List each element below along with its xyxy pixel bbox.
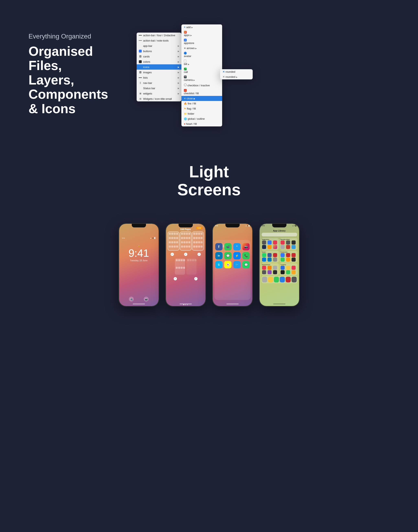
- page-thumb-1[interactable]: [168, 232, 179, 250]
- sidebar-row-appbar[interactable]: app-bar ▶: [137, 43, 181, 48]
- app-s3[interactable]: [273, 253, 277, 257]
- ctx1-row-heart[interactable]: ♥ heart / fill: [181, 121, 222, 127]
- app-c4[interactable]: [280, 270, 285, 274]
- app-g4[interactable]: [280, 277, 285, 282]
- sidebar-row-navbar[interactable]: ⣿ nav-bar ▶: [137, 80, 181, 85]
- whatsapp-icon[interactable]: 💬: [242, 261, 250, 268]
- app-g2[interactable]: [268, 277, 273, 282]
- app-e2[interactable]: [267, 266, 272, 270]
- phone-icon[interactable]: 📞: [242, 252, 250, 259]
- app-r6[interactable]: [291, 245, 296, 249]
- app-g1[interactable]: [262, 277, 267, 282]
- sidebar-row-statusbar[interactable]: Status bar ▶: [137, 85, 181, 91]
- check-5[interactable]: ✓: [194, 277, 197, 280]
- edit-label: Edit Pages: [166, 228, 205, 231]
- check-3[interactable]: ✓: [197, 253, 201, 256]
- app-g5[interactable]: [286, 277, 291, 282]
- app-r3[interactable]: [291, 241, 296, 244]
- ctx1-row-camera[interactable]: 📷 camera ▶: [181, 75, 222, 82]
- quotes-icon[interactable]: ": [233, 243, 241, 250]
- app-p3[interactable]: [291, 253, 296, 257]
- ctx1-row-checklist[interactable]: ✓ checklist / fill: [181, 88, 222, 96]
- app-s5[interactable]: [267, 257, 272, 262]
- check-2[interactable]: ✓: [184, 253, 187, 256]
- app-p2[interactable]: [286, 253, 290, 257]
- library-search[interactable]: [262, 233, 297, 236]
- app-p4[interactable]: [280, 257, 285, 262]
- skype-icon[interactable]: S: [215, 261, 222, 268]
- messenger-icon[interactable]: ⚡: [233, 252, 241, 259]
- sidebar-row-actionbat[interactable]: action-bat / note-tools: [137, 38, 181, 43]
- app-r4[interactable]: [280, 245, 285, 249]
- app-q[interactable]: [267, 245, 272, 249]
- twitter-icon[interactable]: 🐦: [233, 261, 241, 268]
- snapchat-icon[interactable]: 👻: [224, 261, 232, 268]
- sidebar-row-colors[interactable]: colors ▶: [137, 59, 181, 64]
- page-thumb-4[interactable]: [175, 258, 185, 275]
- app-e1[interactable]: [262, 266, 266, 270]
- sidebar-row-buttons[interactable]: buttons ▶: [137, 48, 181, 54]
- check-1[interactable]: ✓: [171, 253, 174, 256]
- app-c6[interactable]: [291, 270, 296, 274]
- ctx1-row-fire[interactable]: 🔥 fire / fill: [181, 101, 222, 106]
- ctx1-row-bill[interactable]: bill ▶: [181, 59, 222, 67]
- app-r5[interactable]: [286, 245, 290, 249]
- app-c3[interactable]: [291, 266, 296, 270]
- home-indicator: [273, 304, 285, 304]
- sidebar-row-icons[interactable]: icons ▶: [137, 64, 181, 70]
- ctx1-row-call[interactable]: 📞 call: [181, 67, 222, 75]
- app-r1[interactable]: [280, 241, 285, 244]
- check-4[interactable]: ✓: [174, 277, 177, 280]
- app-e5[interactable]: [267, 270, 272, 274]
- sidebar-row-images[interactable]: 🖼 images ▶: [137, 70, 181, 75]
- app-e4[interactable]: [262, 270, 266, 274]
- facebook-icon[interactable]: f: [215, 243, 222, 250]
- instagram-icon[interactable]: 📷: [242, 243, 250, 250]
- app-g3[interactable]: [274, 277, 279, 282]
- app-dark1[interactable]: [262, 245, 266, 249]
- group-label: Productivity: [280, 252, 297, 253]
- ctx1-row-close[interactable]: ✕ close ▶: [181, 96, 222, 101]
- app-taz[interactable]: [273, 241, 277, 244]
- app-safari[interactable]: [267, 241, 272, 244]
- sidebar-row-widgetsicon[interactable]: ⊟ Widgets / icon-title-small: [137, 96, 181, 101]
- app-r2[interactable]: [286, 241, 290, 244]
- linkedin-icon[interactable]: in: [215, 252, 222, 259]
- app-e6[interactable]: [273, 270, 277, 274]
- page-thumb-2[interactable]: [180, 232, 191, 250]
- app-p6[interactable]: [291, 257, 296, 262]
- ctx1-row-folder[interactable]: 📁 folder: [181, 111, 222, 116]
- ctx2-row-rounded1[interactable]: ✕ rounded: [220, 69, 253, 74]
- app-s1[interactable]: [262, 253, 266, 257]
- sidebar-row-actionbar4[interactable]: action-bar / four / 2ndactive: [137, 33, 181, 38]
- app-s2[interactable]: [267, 253, 272, 257]
- page-thumb-5[interactable]: [186, 258, 197, 275]
- ctx2-row-rounded2[interactable]: ✕ rounded ▶: [220, 74, 253, 79]
- facetime-icon[interactable]: 📹: [224, 243, 232, 250]
- page-thumb-3[interactable]: [192, 232, 203, 250]
- ctx1-row-checkbox[interactable]: checkbox / inactive: [181, 82, 222, 88]
- app-g6[interactable]: [291, 277, 297, 282]
- app-p1[interactable]: [280, 253, 285, 257]
- ctx1-row-apps[interactable]: A apps ▶: [181, 30, 222, 38]
- sidebar-row-lists[interactable]: lists ▶: [137, 75, 181, 80]
- app-s4[interactable]: [262, 257, 266, 262]
- ctx1-row-add[interactable]: + add ▶: [181, 24, 222, 30]
- app-c1[interactable]: [280, 266, 285, 270]
- ctx1-row-flag[interactable]: ⚑ flag / fill: [181, 106, 222, 111]
- ctx1-row-global[interactable]: 🌐 global / outline: [181, 116, 222, 121]
- app-s6[interactable]: [273, 257, 277, 262]
- app-c5[interactable]: [286, 270, 290, 274]
- ctx1-row-avatar[interactable]: 👤 avatar: [181, 51, 222, 59]
- app-e3[interactable]: [273, 266, 277, 270]
- ctx1-row-appstore[interactable]: A appstore: [181, 38, 222, 46]
- statusbar-icon: [139, 87, 142, 90]
- messages-icon[interactable]: 💬: [224, 252, 232, 259]
- sidebar-row-widgets[interactable]: ⊞ widgets ▶: [137, 91, 181, 96]
- ctx1-row-arrows[interactable]: ✳ arrows ▶: [181, 46, 222, 51]
- app-p5[interactable]: [286, 257, 290, 262]
- app-ig[interactable]: [273, 245, 277, 249]
- app-settings[interactable]: [262, 241, 266, 244]
- sidebar-row-cards[interactable]: 🖼 cards ▶: [137, 54, 181, 59]
- app-c2[interactable]: [286, 266, 290, 270]
